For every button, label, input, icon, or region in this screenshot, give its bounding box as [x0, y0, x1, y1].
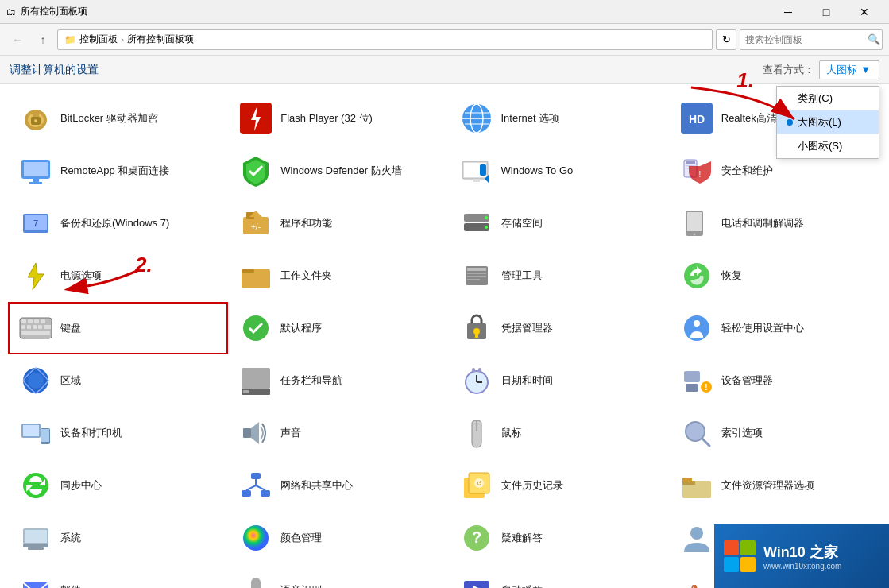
internet-label: Internet 选项 [501, 112, 560, 126]
item-work-folder[interactable]: 工作文件夹 [228, 250, 448, 302]
back-button[interactable]: ← [6, 29, 29, 51]
item-region[interactable]: 区域 [8, 354, 228, 407]
refresh-button[interactable]: ↻ [716, 29, 736, 50]
dropdown-item-small-icon[interactable]: 小图标(S) [777, 134, 879, 158]
autoplay-icon [460, 574, 493, 588]
item-storage[interactable]: 存储空间 [449, 197, 669, 250]
item-credentials[interactable]: 凭据管理器 [449, 302, 669, 354]
autoplay-label: 自动播放 [501, 584, 543, 588]
view-dropdown-button[interactable]: 大图标 ▼ [819, 60, 879, 79]
item-remoteapp[interactable]: RemoteApp 和桌面连接 [8, 145, 228, 197]
ease-label: 轻松使用设置中心 [721, 322, 804, 335]
item-color[interactable]: 颜色管理 [228, 512, 448, 564]
close-button[interactable]: ✕ [846, 0, 883, 24]
toolbar: 调整计算机的设置 查看方式： 大图标 ▼ 类别(C) 大图标(L) 小图标(S) [0, 56, 889, 84]
item-taskbar[interactable]: 任务栏和导航 [228, 354, 448, 407]
item-devices[interactable]: 设备和打印机 [8, 407, 228, 459]
svg-point-4 [34, 119, 37, 122]
svg-rect-78 [478, 368, 481, 373]
svg-text:7: 7 [33, 219, 38, 228]
item-keyboard[interactable]: 键盘 [8, 302, 228, 354]
view-label: 查看方式： [763, 63, 814, 77]
item-restore[interactable]: 恢复 [669, 250, 889, 302]
svg-rect-93 [251, 473, 261, 479]
item-filehistory[interactable]: ↺ 文件历史记录 [449, 459, 669, 512]
svg-rect-54 [28, 319, 33, 323]
item-default[interactable]: 默认程序 [228, 302, 448, 354]
flash-icon [239, 102, 272, 135]
item-mail[interactable]: 邮件 [8, 564, 228, 588]
svg-rect-59 [33, 325, 37, 329]
system-icon [19, 521, 52, 555]
item-tools[interactable]: 管理工具 [449, 250, 669, 302]
item-troubleshoot[interactable]: ? 疑难解答 [449, 512, 669, 564]
troubleshoot-label: 疑难解答 [501, 532, 543, 545]
devicemgr-icon: ! [680, 364, 713, 397]
item-internet[interactable]: Internet 选项 [449, 92, 669, 145]
svg-rect-115 [251, 578, 261, 588]
svg-point-110 [243, 525, 269, 551]
item-phone[interactable]: 电话和调制解调器 [669, 197, 889, 250]
item-devicemgr[interactable]: ! 设备管理器 [669, 354, 889, 407]
storage-label: 存储空间 [501, 217, 543, 230]
path-root: 控制面板 [79, 33, 118, 46]
svg-rect-66 [475, 333, 478, 338]
address-path[interactable]: 📁 控制面板 › 所有控制面板项 [57, 29, 713, 50]
svg-rect-57 [21, 325, 25, 329]
item-sound[interactable]: 声音 [228, 407, 448, 459]
svg-rect-48 [467, 273, 486, 274]
dropdown-item-category[interactable]: 类别(C) [777, 87, 879, 110]
item-ease[interactable]: 轻松使用设置中心 [669, 302, 889, 354]
svg-rect-15 [24, 162, 48, 176]
item-defender[interactable]: Windows Defender 防火墙 [228, 145, 448, 197]
item-bitlocker[interactable]: BitLocker 驱动器加密 [8, 92, 228, 145]
item-fileexplorer[interactable]: 文件资源管理器选项 [669, 459, 889, 512]
svg-rect-84 [23, 425, 39, 436]
search-box[interactable]: 🔍 [740, 29, 883, 50]
item-datetime[interactable]: 日期和时间 [449, 354, 669, 407]
svg-text:!: ! [705, 383, 707, 392]
svg-rect-94 [242, 490, 251, 497]
svg-rect-55 [34, 319, 39, 323]
item-system[interactable]: 系统 [8, 512, 228, 564]
item-flash[interactable]: Flash Player (32 位) [228, 92, 448, 145]
remoteapp-label: RemoteApp 和桌面连接 [60, 164, 169, 178]
item-power[interactable]: 电源选项 [8, 250, 228, 302]
voice-label: 语音识别 [280, 584, 322, 588]
voice-icon [239, 574, 272, 588]
item-windows-go[interactable]: Windows To Go [449, 145, 669, 197]
item-backup[interactable]: 7 备份和还原(Windows 7) [8, 197, 228, 250]
bitlocker-icon [19, 102, 52, 135]
maximize-button[interactable]: □ [808, 0, 845, 24]
item-mouse[interactable]: 鼠标 [449, 407, 669, 459]
tools-label: 管理工具 [501, 269, 543, 283]
search-input[interactable] [745, 34, 864, 45]
dropdown-item-large-icon[interactable]: 大图标(L) [777, 110, 879, 134]
up-button[interactable]: ↑ [32, 29, 54, 51]
index-icon [680, 416, 713, 450]
item-programs[interactable]: +/- 程序和功能 [228, 197, 448, 250]
power-label: 电源选项 [60, 269, 102, 283]
sync-label: 同步中心 [60, 479, 102, 493]
svg-point-68 [694, 320, 700, 327]
dropdown-large-icon-label: 大图标(L) [798, 115, 841, 130]
svg-text:+/-: +/- [251, 222, 261, 231]
security-label: 安全和维护 [721, 164, 773, 178]
item-autoplay[interactable]: 自动播放 [449, 564, 669, 588]
svg-point-113 [690, 527, 703, 540]
minimize-button[interactable]: ─ [770, 0, 806, 24]
backup-icon: 7 [19, 207, 52, 240]
item-index[interactable]: 索引选项 [669, 407, 889, 459]
item-network[interactable]: 网络和共享中心 [228, 459, 448, 512]
item-sync[interactable]: 同步中心 [8, 459, 228, 512]
defender-label: Windows Defender 防火墙 [280, 164, 401, 178]
selected-dot [787, 119, 793, 126]
svg-rect-50 [467, 279, 480, 280]
item-voice[interactable]: 语音识别 [228, 564, 448, 588]
devices-icon [19, 416, 52, 450]
svg-text:?: ? [471, 528, 481, 546]
watermark: Win10 之家 www.win10xitong.com [714, 524, 889, 588]
network-label: 网络和共享中心 [280, 479, 353, 493]
watermark-text: Win10 之家 www.win10xitong.com [763, 543, 841, 571]
dropdown-small-icon-label: 小图标(S) [798, 139, 842, 153]
